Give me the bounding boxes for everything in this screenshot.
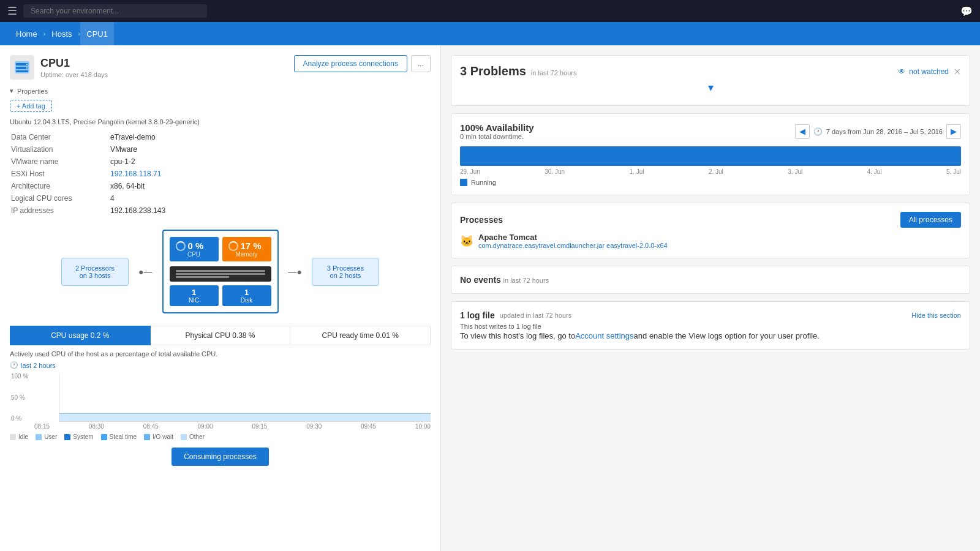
xaxis-label: 08:45 — [143, 423, 159, 430]
running-legend: Running — [460, 179, 961, 186]
breadcrumb-cpu1[interactable]: CPU1 — [80, 22, 114, 45]
properties-label: Properties — [17, 88, 48, 95]
xaxis-label: 09:15 — [252, 423, 267, 430]
arrow-left: ●— — [138, 267, 152, 277]
property-key: IP addresses — [11, 205, 109, 216]
running-label: Running — [471, 179, 496, 186]
processes-header: Processes All processes — [460, 212, 961, 228]
tomcat-icon: 🐱 — [460, 234, 473, 248]
property-key: Data Center — [11, 132, 109, 143]
more-button[interactable]: ... — [411, 55, 431, 72]
legend-item: Idle — [10, 433, 28, 440]
no-events-section: No events in last 72 hours — [451, 266, 970, 294]
legend-item: User — [36, 433, 57, 440]
legend-item: Other — [181, 433, 205, 440]
xaxis-label: 09:45 — [361, 423, 376, 430]
problems-expand-button[interactable]: ▾ — [460, 78, 961, 97]
breadcrumb-home[interactable]: Home — [10, 22, 43, 45]
host-header: CPU1 Uptime: over 418 days Analyze proce… — [10, 55, 431, 80]
server-line-2 — [176, 273, 265, 275]
host-info: CPU1 Uptime: over 418 days — [40, 57, 108, 78]
cpu-val: 0 % — [176, 241, 213, 251]
cpu-usage-stat[interactable]: CPU usage 0.2 % — [10, 326, 151, 345]
consuming-processes-button[interactable]: Consuming processes — [172, 448, 269, 466]
avail-xaxis-label: 29. Jun — [460, 168, 480, 175]
problems-count: 3 Problems — [460, 64, 526, 78]
property-value: cpu-1-2 — [110, 156, 429, 167]
right-panel: 3 Problems in last 72 hours 👁 not watche… — [441, 45, 980, 551]
process-row: 🐱 Apache Tomcat com.dynatrace.easytravel… — [460, 233, 961, 249]
legend-label: I/O wait — [153, 433, 173, 440]
nic-val: 1 — [175, 288, 214, 297]
add-tag-button[interactable]: + Add tag — [10, 100, 52, 112]
host-icon — [10, 55, 34, 80]
property-key: Virtualization — [11, 144, 109, 155]
availability-title: 100% Availability — [460, 122, 534, 133]
property-value: 4 — [110, 193, 429, 204]
legend-color-dot — [10, 434, 16, 440]
property-key: VMware name — [11, 156, 109, 167]
xaxis-label: 09:00 — [198, 423, 213, 430]
host-hw: 1 NIC 1 Disk — [170, 285, 271, 306]
date-nav-next[interactable]: ▶ — [946, 124, 961, 139]
legend-color-dot — [64, 434, 70, 440]
breadcrumb-hosts[interactable]: Hosts — [45, 22, 78, 45]
log-header: 1 log file updated in last 72 hours Hide… — [460, 310, 961, 320]
legend-item: I/O wait — [144, 433, 173, 440]
consuming-btn-row: Consuming processes — [10, 448, 431, 466]
memory-ring-icon — [228, 241, 238, 251]
avail-xaxis-label: 5. Jul — [946, 168, 961, 175]
chart-legend: IdleUserSystemSteal timeI/O waitOther — [10, 433, 431, 440]
topbar: ☰ 💬 — [0, 0, 980, 22]
cpu-stats-bar: CPU usage 0.2 % Physical CPU 0.38 % CPU … — [10, 326, 431, 345]
date-range-label: 7 days from Jun 28, 2016 – Jul 5, 2016 — [826, 128, 943, 135]
nic-item: 1 NIC — [170, 285, 219, 306]
analyze-button[interactable]: Analyze process connections — [294, 55, 407, 72]
properties-section-header[interactable]: ▾ Properties — [10, 87, 431, 95]
all-processes-button[interactable]: All processes — [900, 212, 961, 228]
process-jar[interactable]: com.dynatrace.easytravel.cmdlauncher.jar… — [478, 242, 668, 249]
memory-metric: 17 % Memory — [222, 237, 271, 261]
process-name: Apache Tomcat — [478, 233, 668, 242]
host-metrics: 0 % CPU 17 % Memory — [170, 237, 271, 261]
chart-time-range[interactable]: 🕐 last 2 hours — [10, 361, 431, 369]
processes-box[interactable]: 3 Processes on 2 hosts — [312, 258, 379, 286]
availability-xaxis: 29. Jun30. Jun1. Jul2. Jul3. Jul4. Jul5.… — [460, 168, 961, 175]
availability-section: 100% Availability 0 min total downtime. … — [451, 113, 970, 195]
chart-line — [59, 413, 431, 414]
properties-table: Data CentereTravel-demoVirtualizationVMw… — [10, 130, 431, 217]
collapse-icon: ▾ — [10, 87, 13, 95]
last-2h-label: last 2 hours — [21, 362, 56, 369]
hide-section-button[interactable]: Hide this section — [911, 312, 961, 319]
processors-box[interactable]: 2 Processors on 3 hosts — [61, 258, 129, 286]
availability-header: 100% Availability 0 min total downtime. … — [460, 122, 961, 140]
log-line2-pre: To view this host's log files, go to — [460, 331, 575, 340]
availability-title-group: 100% Availability 0 min total downtime. — [460, 122, 534, 140]
nic-label: NIC — [175, 297, 214, 304]
property-key: ESXi Host — [11, 168, 109, 179]
os-info: Ubuntu 12.04.3 LTS, Precise Pangolin (ke… — [10, 118, 431, 126]
menu-icon[interactable]: ☰ — [7, 4, 17, 18]
cpu-ring-icon — [176, 241, 186, 251]
disk-val: 1 — [227, 288, 266, 297]
processors-label: 2 Processors on 3 hosts — [72, 264, 118, 279]
cpu-label: CPU — [176, 251, 213, 258]
chart-fill-area — [59, 414, 431, 421]
infrastructure-diagram: 2 Processors on 3 hosts ●— 0 % CPU — [10, 230, 431, 313]
not-watched-toggle[interactable]: 👁 not watched — [898, 67, 949, 76]
avail-xaxis-label: 4. Jul — [867, 168, 882, 175]
problems-header-row: 3 Problems in last 72 hours 👁 not watche… — [460, 64, 961, 78]
log-line1: This host writes to 1 log file — [460, 323, 961, 330]
host-uptime: Uptime: over 418 days — [40, 71, 108, 78]
date-nav-prev[interactable]: ◀ — [795, 124, 810, 139]
close-problems-button[interactable]: ✕ — [954, 67, 961, 77]
server-icon — [13, 59, 31, 76]
chat-icon[interactable]: 💬 — [960, 6, 973, 17]
property-link[interactable]: 192.168.118.71 — [110, 170, 161, 178]
svg-point-5 — [26, 67, 28, 69]
cpu-ready-stat[interactable]: CPU ready time 0.01 % — [290, 326, 431, 345]
chart-canvas — [59, 373, 431, 422]
account-settings-link[interactable]: Account settings — [575, 331, 633, 340]
physical-cpu-stat[interactable]: Physical CPU 0.38 % — [151, 326, 291, 345]
search-input[interactable] — [23, 4, 207, 18]
